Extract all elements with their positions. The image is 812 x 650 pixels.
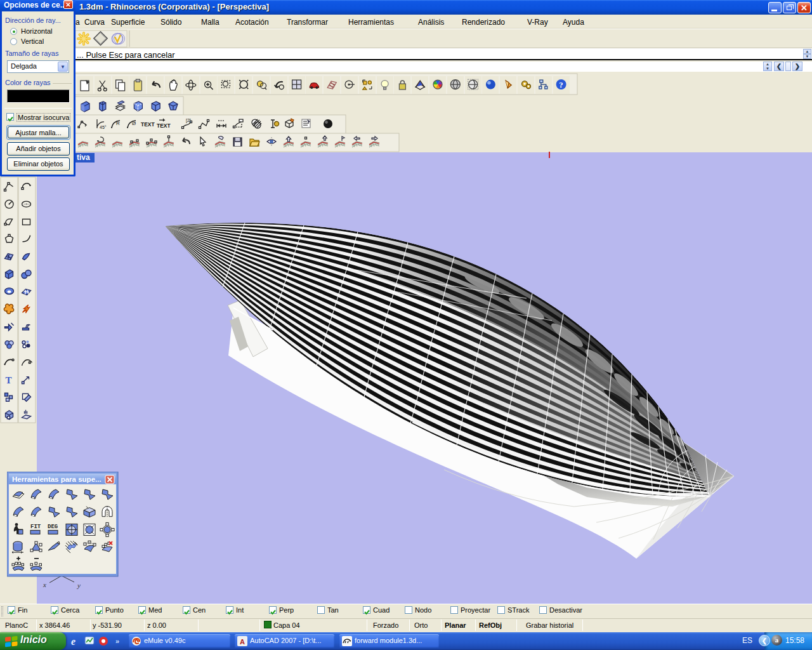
svg-text:x: x [43,581,46,588]
svg-text:T: T [6,375,12,385]
svg-text:Herramientas para supe...: Herramientas para supe... [12,475,102,483]
svg-text:FIT: FIT [30,524,41,530]
svg-text:»: » [115,637,119,645]
svg-text:e: e [71,636,75,647]
svg-text:A: A [240,638,245,646]
svg-text:y: y [77,581,81,589]
svg-text:DEG: DEG [48,524,58,530]
